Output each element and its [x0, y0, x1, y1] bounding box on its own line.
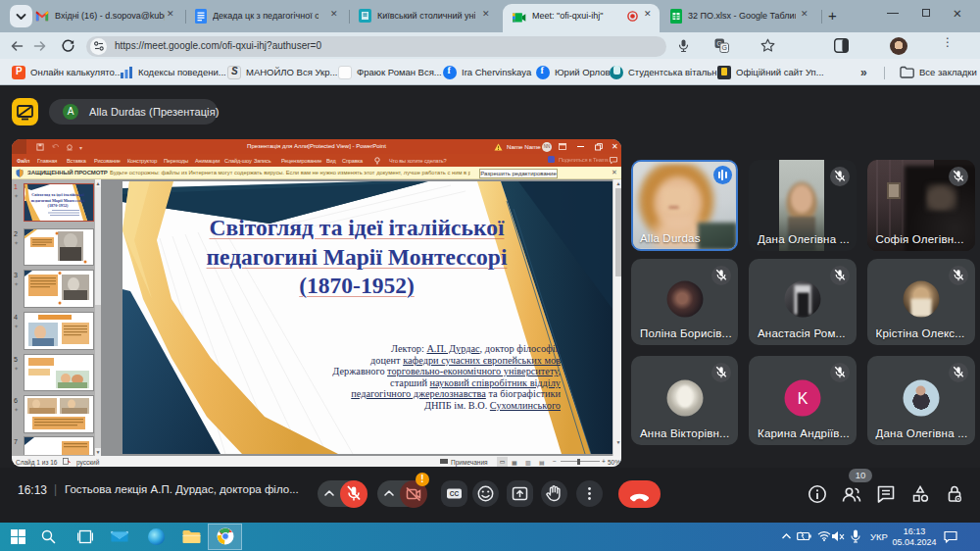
svg-text:педагогині Марії Монтессорі: педагогині Марії Монтессорі	[31, 198, 86, 203]
svg-text:Світогляд та ідеї італійської: Світогляд та ідеї італійської	[31, 192, 84, 197]
svg-text:(1870-1952): (1870-1952)	[48, 203, 70, 208]
svg-text:G: G	[721, 44, 726, 51]
svg-text:CC: CC	[450, 490, 460, 497]
